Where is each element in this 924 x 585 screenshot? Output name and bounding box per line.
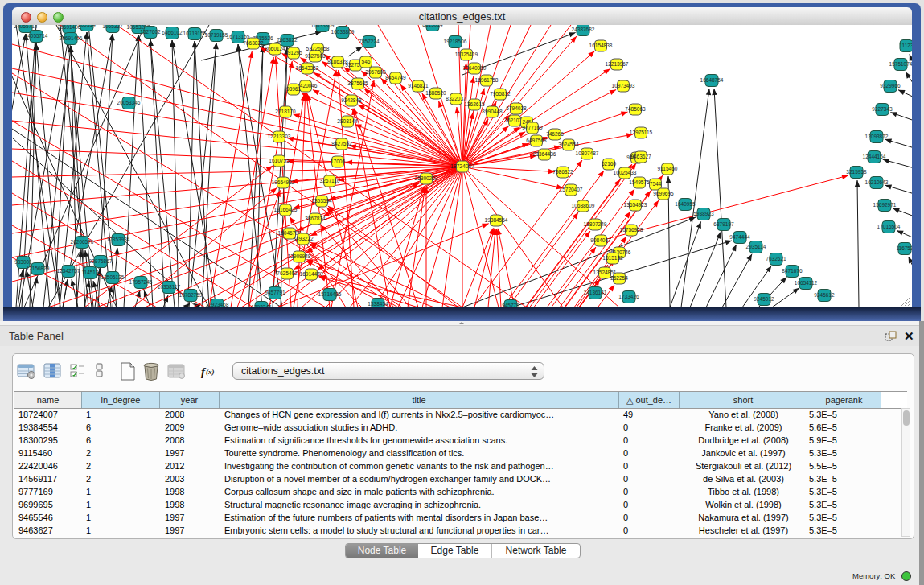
svg-text:16543362: 16543362: [296, 65, 319, 71]
svg-text:13654923: 13654923: [624, 202, 647, 208]
svg-text:12342757: 12342757: [57, 268, 80, 274]
svg-text:10358117: 10358117: [158, 284, 181, 290]
svg-text:10719155: 10719155: [183, 31, 207, 36]
svg-text:8454749: 8454749: [385, 75, 406, 80]
svg-text:1353594: 1353594: [311, 198, 332, 204]
svg-text:9084067: 9084067: [590, 237, 611, 243]
svg-text:7857224: 7857224: [359, 39, 380, 44]
svg-text:6497568: 6497568: [526, 138, 547, 143]
svg-text:7663822: 7663822: [277, 37, 298, 43]
svg-text:8813014: 8813014: [422, 25, 443, 27]
svg-text:3875685: 3875685: [347, 80, 368, 86]
svg-text:8322037: 8322037: [446, 96, 466, 101]
svg-text:12213967: 12213967: [606, 61, 629, 67]
svg-text:10756928: 10756928: [620, 227, 643, 233]
svg-text:24387682: 24387682: [572, 27, 595, 32]
svg-text:1549575: 1549575: [629, 179, 650, 185]
svg-text:10688609: 10688609: [572, 203, 595, 208]
svg-text:252254: 252254: [610, 275, 628, 281]
svg-text:15720407: 15720407: [560, 187, 583, 192]
svg-text:891295: 891295: [285, 50, 302, 56]
svg-text:12975115: 12975115: [630, 130, 653, 135]
svg-text:12093872: 12093872: [865, 134, 889, 139]
svg-text:7544: 7544: [650, 181, 662, 187]
svg-text:19384554: 19384554: [485, 217, 508, 223]
svg-text:19654932: 19654932: [272, 179, 295, 185]
svg-text:9227343: 9227343: [872, 106, 893, 112]
svg-text:16210643: 16210643: [865, 179, 889, 185]
svg-text:1640955: 1640955: [675, 201, 696, 207]
svg-text:9699695: 9699695: [653, 191, 674, 196]
svg-text:10807487: 10807487: [576, 150, 599, 156]
svg-text:3267110: 3267110: [320, 178, 340, 183]
svg-text:7955812: 7955812: [490, 91, 511, 97]
svg-text:1733426: 1733426: [618, 294, 639, 299]
svg-text:12444154: 12444154: [863, 154, 886, 159]
svg-text:8471676: 8471676: [782, 268, 803, 274]
svg-text:2935114: 2935114: [746, 244, 766, 249]
svg-text:92975867: 92975867: [89, 258, 113, 264]
svg-text:209314: 209314: [78, 25, 96, 27]
svg-text:8660124: 8660124: [265, 46, 285, 51]
svg-text:18724007: 18724007: [450, 163, 474, 169]
svg-text:12213303: 12213303: [268, 134, 291, 139]
svg-text:6794028: 6794028: [506, 105, 527, 111]
svg-text:1588520: 1588520: [425, 90, 446, 96]
svg-text:1362615: 1362615: [464, 101, 485, 107]
svg-text:12909948: 12909948: [288, 253, 311, 259]
svg-text:16033809: 16033809: [311, 25, 335, 28]
svg-text:10654112: 10654112: [795, 280, 818, 286]
svg-text:17957245: 17957245: [129, 279, 153, 285]
svg-text:9457791: 9457791: [265, 290, 285, 295]
svg-text:983001: 983001: [14, 259, 32, 265]
svg-text:24055714: 24055714: [25, 33, 48, 39]
svg-text:746266: 746266: [546, 131, 564, 137]
svg-text:6379197: 6379197: [713, 221, 734, 227]
svg-text:15716485: 15716485: [318, 291, 342, 297]
svg-text:9329966: 9329966: [880, 83, 901, 89]
svg-text:12156829: 12156829: [27, 266, 50, 271]
svg-text:16782759: 16782759: [179, 292, 203, 298]
svg-text:5938923: 5938923: [693, 211, 714, 216]
svg-text:9474444: 9474444: [729, 234, 750, 240]
svg-text:16914479: 16914479: [300, 271, 323, 277]
svg-text:19166425: 19166425: [274, 207, 298, 212]
svg-text:9245612: 9245612: [814, 292, 835, 298]
svg-text:19218506: 19218506: [444, 39, 467, 44]
svg-text:1292346: 1292346: [251, 304, 272, 307]
svg-text:15692971: 15692971: [873, 202, 897, 208]
svg-text:9115460: 9115460: [658, 166, 678, 171]
svg-text:9463627: 9463627: [630, 154, 651, 159]
svg-text:546: 546: [362, 59, 371, 64]
svg-text:8427552: 8427552: [331, 141, 352, 146]
svg-text:7632621: 7632621: [766, 256, 786, 262]
svg-text:16033809: 16033809: [331, 29, 355, 35]
svg-text:9242848: 9242848: [341, 97, 362, 103]
svg-text:11325419: 11325419: [455, 51, 478, 57]
svg-text:17016504: 17016504: [877, 224, 901, 229]
svg-text:3624554: 3624554: [558, 142, 579, 147]
svg-text:12505135: 12505135: [101, 274, 125, 280]
svg-text:20691406: 20691406: [60, 35, 83, 41]
svg-text:16154838: 16154838: [589, 43, 613, 48]
svg-text:18807249: 18807249: [584, 221, 607, 227]
svg-text:7986322: 7986322: [552, 169, 573, 175]
svg-text:3493222: 3493222: [293, 236, 314, 241]
svg-text:8990448: 8990448: [482, 109, 503, 114]
svg-text:6466102: 6466102: [162, 30, 183, 35]
svg-text:(x): (x): [206, 368, 215, 376]
svg-text:10973493: 10973493: [612, 83, 635, 89]
svg-text:1338454: 1338454: [368, 301, 388, 307]
svg-text:7485063: 7485063: [625, 106, 646, 112]
svg-text:116753: 116753: [896, 245, 912, 251]
svg-text:25300203: 25300203: [415, 175, 438, 181]
svg-text:1065327: 1065327: [102, 25, 123, 29]
svg-text:98961: 98961: [286, 86, 301, 92]
svg-text:20053346: 20053346: [117, 100, 141, 105]
svg-text:9146821: 9146821: [408, 83, 429, 89]
svg-text:2718170: 2718170: [275, 109, 296, 114]
svg-text:16961758: 16961758: [475, 77, 499, 83]
svg-text:1527602: 1527602: [140, 29, 161, 35]
svg-text:7625402: 7625402: [277, 270, 298, 276]
svg-text:11123: 11123: [899, 43, 912, 48]
